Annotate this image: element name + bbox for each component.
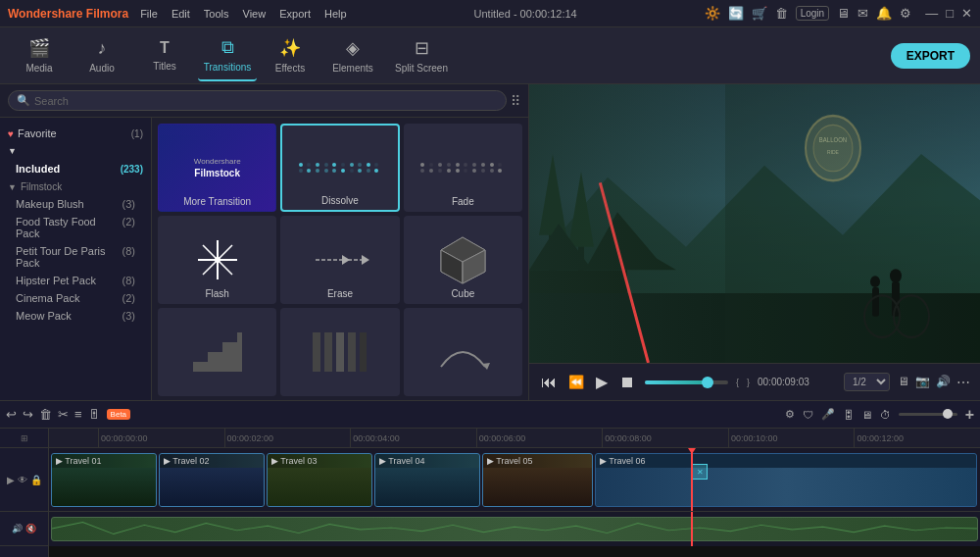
- transition-filmstock[interactable]: Wondershare Filmstock More Transition: [158, 124, 276, 212]
- volume-icon[interactable]: 🔊: [936, 375, 951, 390]
- brightness-icon[interactable]: 🔆: [705, 6, 720, 21]
- login-button[interactable]: Login: [796, 6, 829, 21]
- menu-tools[interactable]: Tools: [204, 8, 229, 20]
- transition-fade[interactable]: Fade: [404, 124, 522, 212]
- sidebar-makeup-blush[interactable]: Makeup Blush(3): [0, 195, 151, 213]
- screen2-icon[interactable]: 🖥: [861, 409, 872, 421]
- ruler-mark-6: 00:00:12:00: [854, 429, 980, 447]
- sidebar-paris-pack[interactable]: Petit Tour De Paris Pack(8): [0, 242, 151, 272]
- transition-item-8[interactable]: [280, 308, 399, 396]
- more-icon[interactable]: ⋯: [956, 375, 970, 390]
- maximize-button[interactable]: □: [946, 6, 954, 21]
- sidebar-meow-pack[interactable]: Meow Pack(3): [0, 307, 151, 325]
- menu-view[interactable]: View: [243, 8, 267, 20]
- menu-edit[interactable]: Edit: [172, 8, 190, 20]
- cart-icon[interactable]: 🛒: [752, 6, 767, 21]
- gear-icon[interactable]: ⚙: [900, 6, 911, 21]
- transition-item-9[interactable]: [404, 308, 522, 396]
- trash-icon[interactable]: 🗑: [775, 6, 788, 21]
- screen-icon[interactable]: 🖥: [898, 375, 909, 390]
- sidebar-cinema-pack[interactable]: Cinema Pack(2): [0, 289, 151, 307]
- transition-dissolve[interactable]: Dissolve: [280, 124, 399, 212]
- sidebar-food-pack[interactable]: Food Tasty Food Pack(2): [0, 213, 151, 242]
- play-button[interactable]: ▶: [594, 371, 610, 393]
- tool-titles-label: Titles: [153, 61, 176, 72]
- ruler-marks: 00:00:00:00 00:00:02:00 00:00:04:00 00:0…: [98, 429, 980, 447]
- chevron-right-icon: ▼: [8, 182, 17, 192]
- arc-svg: [436, 332, 490, 372]
- minimize-button[interactable]: —: [925, 6, 938, 21]
- clip-travel-06[interactable]: ▶ Travel 06 ✕: [595, 453, 977, 507]
- progress-bar[interactable]: [645, 380, 728, 384]
- skip-to-start-button[interactable]: ⏮: [539, 372, 559, 393]
- menu-help[interactable]: Help: [324, 8, 347, 20]
- sidebar-filmstock-category: ▼ Filmstock: [0, 178, 151, 195]
- ruler-spacer: ⊞: [0, 429, 49, 447]
- settings2-icon[interactable]: ⚙: [785, 408, 795, 421]
- svg-rect-44: [725, 84, 980, 363]
- zoom-slider[interactable]: [899, 413, 957, 416]
- sidebar-included[interactable]: Included (233): [0, 159, 151, 178]
- adjust-icon[interactable]: 🎛: [843, 409, 854, 421]
- window-title: Untitled - 00:00:12:14: [347, 8, 705, 20]
- svg-rect-16: [222, 342, 237, 372]
- tool-media[interactable]: 🎬 Media: [10, 30, 69, 81]
- sync-icon[interactable]: 🔄: [728, 6, 744, 21]
- settings-button[interactable]: ≡: [74, 407, 82, 422]
- sidebar-hipster-pack[interactable]: Hipster Pet Pack(8): [0, 272, 151, 289]
- eye-icon[interactable]: 👁: [18, 475, 27, 485]
- bell-icon[interactable]: 🔔: [876, 6, 892, 21]
- clip-travel-04[interactable]: ▶ Travel 04: [374, 453, 480, 507]
- transitions-icon: ⧉: [221, 37, 234, 58]
- ratio-select[interactable]: 1/2 1/4 Full: [844, 373, 890, 391]
- tool-transitions[interactable]: ⧉ Transitions: [198, 30, 257, 81]
- search-box[interactable]: 🔍 Search: [8, 90, 507, 111]
- audio-mixer-button[interactable]: 🎚: [88, 407, 101, 422]
- mail-icon[interactable]: ✉: [858, 6, 868, 21]
- transition-cube[interactable]: Cube: [404, 216, 522, 304]
- erase-svg: [311, 245, 369, 275]
- sidebar-favorite[interactable]: ♥ Favorite (1): [0, 124, 151, 143]
- shield-icon[interactable]: 🛡: [803, 409, 813, 421]
- sidebar-included-category: ▼: [0, 143, 151, 159]
- audio-track: [49, 512, 980, 546]
- clip-travel-03[interactable]: ▶ Travel 03: [267, 453, 372, 507]
- search-icon: 🔍: [17, 94, 30, 107]
- tool-splitscreen[interactable]: ⊟ Split Screen: [386, 30, 457, 81]
- clock-icon[interactable]: ⏱: [880, 409, 891, 421]
- filmstock-sub: Wondershare: [194, 157, 241, 166]
- timeline-area: ↩ ↪ 🗑 ✂ ≡ 🎚 Beta ⚙ 🛡 🎤 🎛 🖥 ⏱ + ⊞ 00:00:0…: [0, 400, 980, 557]
- redo-button[interactable]: ↪: [23, 407, 33, 422]
- audio-mute-icon[interactable]: 🔇: [25, 524, 36, 533]
- elements-icon: ◈: [346, 37, 360, 59]
- delete-button[interactable]: 🗑: [39, 407, 52, 422]
- menu-file[interactable]: File: [140, 8, 158, 20]
- mic-icon[interactable]: 🎤: [821, 408, 835, 421]
- frame-back-button[interactable]: ⏪: [566, 373, 586, 391]
- close-button[interactable]: ✕: [961, 6, 972, 21]
- grid-view-icon[interactable]: ⠿: [511, 93, 520, 109]
- monitor-icon[interactable]: 🖥: [837, 6, 850, 21]
- tool-audio[interactable]: ♪ Audio: [73, 30, 131, 81]
- transition-erase[interactable]: Erase: [280, 216, 399, 304]
- tool-titles[interactable]: T Titles: [135, 30, 194, 81]
- clip-label: ▶ Travel 02: [160, 454, 264, 468]
- menu-export[interactable]: Export: [279, 8, 311, 20]
- effects-icon: ✨: [279, 37, 301, 59]
- clip-travel-05[interactable]: ▶ Travel 05: [482, 453, 593, 507]
- stop-button[interactable]: ⏹: [617, 372, 637, 393]
- ruler-mark-1: 00:00:02:00: [224, 429, 351, 447]
- transition-flash[interactable]: Flash: [158, 216, 276, 304]
- export-button[interactable]: EXPORT: [891, 43, 970, 69]
- lock-icon[interactable]: 🔒: [30, 475, 42, 485]
- clip-transition-marker[interactable]: ✕: [692, 464, 708, 480]
- cut-button[interactable]: ✂: [58, 407, 69, 422]
- clip-travel-02[interactable]: ▶ Travel 02: [159, 453, 265, 507]
- tool-elements[interactable]: ◈ Elements: [323, 30, 382, 81]
- clip-travel-01[interactable]: ▶ Travel 01: [51, 453, 157, 507]
- tool-effects[interactable]: ✨ Effects: [261, 30, 319, 81]
- camera-icon[interactable]: 📷: [915, 375, 930, 390]
- zoom-out-icon[interactable]: +: [965, 406, 974, 424]
- transition-item-7[interactable]: [158, 308, 276, 396]
- undo-button[interactable]: ↩: [6, 407, 17, 422]
